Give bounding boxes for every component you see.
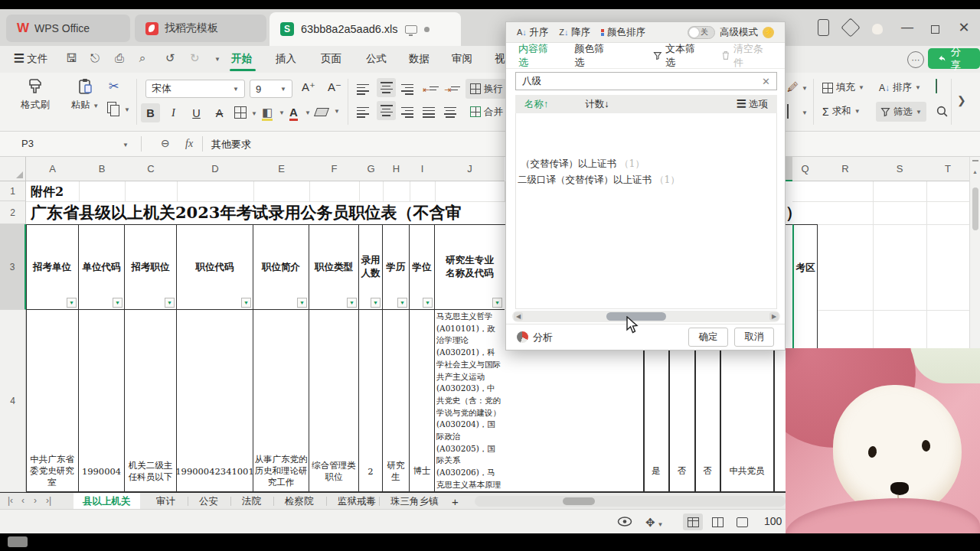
cell-position-code[interactable]: 19900042341001	[177, 310, 253, 492]
assistant-icon[interactable]: ⋯	[907, 51, 924, 68]
col-header-T[interactable]: T	[926, 157, 969, 181]
col-header-I[interactable]: I	[410, 157, 435, 181]
row-header-1[interactable]: 1	[0, 181, 26, 201]
zoom-out-formula-icon[interactable]: ⊖	[161, 137, 170, 149]
eye-icon[interactable]	[617, 516, 632, 530]
col-header-G[interactable]: G	[359, 157, 383, 181]
minimize-button[interactable]: —	[897, 18, 917, 37]
ok-button[interactable]: 确定	[688, 328, 728, 347]
cell-degree[interactable]: 博士	[410, 310, 435, 492]
save-icon[interactable]: 🖫	[66, 51, 77, 64]
last-sheet-icon[interactable]: ›|	[46, 495, 51, 506]
insert-function-icon[interactable]: fx	[185, 138, 193, 150]
fill-color-button[interactable]: ◧▼	[262, 106, 273, 119]
col-header-E[interactable]: E	[253, 157, 309, 181]
tab-text-filter[interactable]: 文本筛选	[653, 42, 704, 70]
italic-button[interactable]: I	[164, 103, 183, 122]
cell-unit-code[interactable]: 1990004	[79, 310, 125, 492]
vertical-scrollbar[interactable]: ▲	[969, 157, 980, 348]
font-size-select[interactable]: 9▼	[250, 80, 292, 98]
search-icon[interactable]	[936, 105, 949, 121]
filter-list-item[interactable]: 二级口译（交替传译）以上证书 （1）	[518, 174, 680, 187]
redo-icon[interactable]: ↻	[190, 51, 200, 65]
align-left-button[interactable]	[357, 105, 369, 122]
sort-by-name[interactable]: 名称↑	[524, 98, 548, 111]
underline-button[interactable]: U	[187, 103, 206, 122]
expand-ribbon-icon[interactable]: ❯	[957, 94, 966, 106]
name-box-dropdown-icon[interactable]: ▼	[122, 142, 129, 148]
filter-dropdown-D[interactable]: ▼	[241, 298, 251, 308]
filter-dropdown-A[interactable]: ▼	[67, 298, 77, 308]
split-handle[interactable]	[972, 160, 978, 161]
sheet-tab-active[interactable]: 县以上机关	[74, 493, 140, 510]
page-view-button[interactable]	[732, 514, 752, 530]
next-sheet-icon[interactable]: ›	[34, 495, 37, 506]
cut-icon[interactable]: ✂	[109, 79, 119, 93]
clip-icon[interactable]: ⎋	[90, 51, 100, 65]
cell-education[interactable]: 研究生	[383, 310, 410, 492]
col-header-A[interactable]: A	[26, 157, 79, 181]
bold-button[interactable]: B	[141, 103, 160, 122]
clear-filter-button[interactable]: 清空条件	[721, 42, 773, 70]
format-painter-button[interactable]: 格式刷	[14, 77, 57, 112]
col-header-F[interactable]: F	[309, 157, 359, 181]
analyze-button[interactable]: 分析	[517, 331, 553, 344]
dialog-horizontal-scrollbar[interactable]: ◀ ▶	[512, 311, 780, 322]
restore-button[interactable]	[925, 19, 945, 39]
workspace-button[interactable]	[841, 18, 861, 37]
col-header-D[interactable]: D	[177, 157, 253, 181]
pan-icon[interactable]: ✥▼	[645, 516, 664, 530]
increase-indent-button[interactable]: ⇥	[444, 82, 460, 96]
ribbon-tab-insert[interactable]: 插入	[276, 52, 296, 66]
filter-dropdown-B[interactable]: ▼	[113, 298, 122, 308]
tab-color-filter[interactable]: 颜色筛选	[574, 42, 613, 70]
sort-button[interactable]: A↓ 排序▼	[879, 81, 921, 94]
font-name-select[interactable]: 宋体▼	[145, 80, 245, 98]
color-sort-button[interactable]: 颜色排序	[601, 26, 645, 39]
eraser-button[interactable]: ▼	[315, 106, 328, 119]
cell-format-icon[interactable]	[787, 105, 789, 119]
borders-button[interactable]: ▼	[234, 106, 247, 122]
row-header-3[interactable]: 3	[0, 224, 26, 310]
sort-ascending-button[interactable]: A↓ 升序	[517, 26, 548, 39]
list-options-button[interactable]: ☰ 选项	[737, 98, 768, 111]
tab-content-filter[interactable]: 内容筛选	[518, 42, 557, 76]
formula-content[interactable]: 其他要求	[211, 138, 251, 152]
paste-button[interactable]: 粘贴 ▼	[66, 77, 104, 112]
cell-title[interactable]: 广东省县级以上机关2023年考试录用公务员职位表（不含审	[31, 202, 461, 223]
align-right-button[interactable]	[401, 105, 413, 122]
undo-icon[interactable]: ↺	[165, 51, 175, 65]
print-preview-icon[interactable]: ⌕	[139, 51, 145, 65]
justify-button[interactable]	[423, 105, 435, 122]
decrease-indent-button[interactable]: ⇤	[423, 82, 439, 96]
mobile-view-button[interactable]	[813, 18, 833, 37]
filter-dropdown-E[interactable]: ▼	[297, 298, 307, 308]
ribbon-tab-review[interactable]: 审阅	[452, 52, 472, 66]
col-header-C[interactable]: C	[125, 157, 177, 181]
zoom-level[interactable]: 100	[764, 515, 782, 527]
cell-major[interactable]: 马克思主义哲学(A010101)，政治学理论(A030201)，科学社会主义与国…	[435, 310, 505, 492]
sum-button[interactable]: Σ 求和▼	[822, 105, 861, 118]
filter-dropdown-I[interactable]: ▼	[423, 298, 433, 308]
filter-dropdown-C[interactable]: ▼	[165, 298, 175, 308]
normal-view-button[interactable]	[683, 514, 703, 530]
align-bottom-button[interactable]	[401, 82, 413, 99]
filter-dropdown-H[interactable]: ▼	[397, 298, 407, 308]
font-color-button[interactable]: A▼	[289, 106, 298, 119]
cell-reference-box[interactable]: P3	[21, 138, 34, 149]
document-tab[interactable]: S 63bb8a2a5aad6.xls	[270, 12, 461, 46]
cell-type[interactable]: 综合管理类职位	[309, 310, 359, 492]
split-view-button[interactable]	[707, 514, 727, 530]
horizontal-scrollbar[interactable]	[475, 496, 786, 507]
col-header-H[interactable]: H	[383, 157, 410, 181]
sort-descending-button[interactable]: Z↓ 降序	[559, 26, 590, 39]
quickbar-dropdown-icon[interactable]: ▼	[214, 56, 220, 63]
docer-template-tab[interactable]: 找稻壳模板	[135, 15, 266, 42]
scroll-up-icon[interactable]: ▲	[972, 169, 978, 174]
increase-font-icon[interactable]: A⁺	[302, 80, 315, 94]
prev-sheet-icon[interactable]: ‹	[21, 495, 24, 506]
col-header-B[interactable]: B	[79, 157, 125, 181]
align-top-button[interactable]	[357, 82, 369, 99]
col-header-S[interactable]: S	[873, 157, 926, 181]
align-center-button[interactable]	[377, 101, 396, 120]
